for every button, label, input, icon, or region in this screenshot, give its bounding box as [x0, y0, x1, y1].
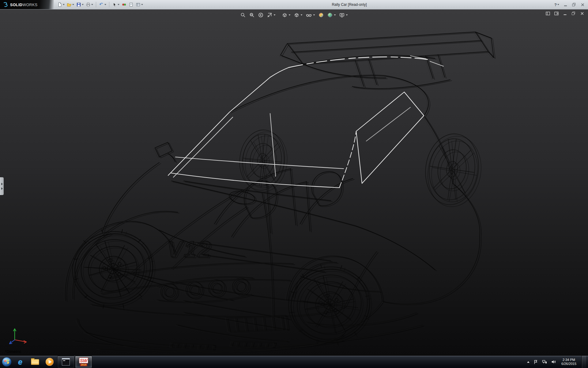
featuremanager-toggle-button[interactable]: [545, 11, 550, 16]
taskbar-clock[interactable]: 2:34 PM 6/26/2015: [560, 358, 578, 366]
dropdown-caret-icon: [313, 14, 315, 16]
dropdown-caret-icon: [301, 14, 303, 16]
dropdown-caret-icon: [72, 4, 74, 5]
brand-works: WORKS: [22, 3, 37, 7]
windows-start-orb-icon: [2, 357, 12, 367]
undo-icon: [99, 2, 104, 7]
display-style-button[interactable]: [293, 12, 303, 18]
start-button[interactable]: [1, 356, 13, 368]
highlighted-edges: [168, 56, 443, 188]
command-prompt-icon: [62, 358, 70, 366]
app-restore-button[interactable]: [571, 2, 576, 7]
doc-minimize-button[interactable]: [563, 11, 567, 16]
minimize-icon: [563, 12, 567, 15]
hide-show-glasses-icon: [306, 12, 312, 18]
front-right-wheel: [237, 128, 291, 195]
app-minimize-button[interactable]: [563, 2, 568, 7]
toolbar-separator: [109, 2, 109, 7]
zoom-to-fit-button[interactable]: [239, 12, 247, 18]
panel-flyout-tab[interactable]: [0, 177, 4, 195]
close-icon: [580, 12, 584, 15]
file-properties-button[interactable]: [128, 1, 134, 8]
rebuild-button[interactable]: [121, 1, 127, 8]
display-pane-toggle-button[interactable]: [554, 11, 559, 16]
edit-appearance-ball-icon: [318, 12, 324, 18]
rear-right-wheel: [421, 130, 487, 211]
dropdown-caret-icon: [346, 14, 348, 16]
graphics-viewport[interactable]: V12: [0, 9, 588, 356]
zoom-to-area-icon: [249, 12, 255, 18]
solidworks-logo: SOLIDWORKS: [0, 0, 54, 9]
show-desktop-button[interactable]: [582, 356, 586, 368]
solidworks-window: SOLIDWORKS: [0, 0, 588, 368]
orientation-triad: [7, 326, 29, 345]
previous-view-button[interactable]: [257, 12, 265, 18]
print-button[interactable]: [85, 1, 94, 8]
solidworks-sw-glyph: SW: [79, 358, 88, 363]
view-orientation-button[interactable]: [281, 12, 292, 18]
edit-appearance-button[interactable]: [318, 12, 325, 18]
folder-icon: [31, 359, 39, 365]
help-button[interactable]: ?: [554, 2, 559, 7]
media-player-icon: [46, 358, 54, 366]
dropdown-caret-icon: [63, 4, 65, 5]
system-tray: 2:34 PM 6/26/2015: [527, 356, 588, 368]
dropdown-caret-icon: [141, 4, 143, 5]
toolbar-separator: [96, 2, 96, 7]
file-properties-icon: [129, 2, 134, 7]
standard-toolbar: [56, 1, 144, 8]
clock-time: 2:34 PM: [561, 358, 576, 362]
brand-solid: SOLID: [10, 3, 22, 7]
options-button[interactable]: [135, 1, 144, 8]
display-style-cube-icon: [294, 12, 300, 18]
action-center-flag-icon[interactable]: [533, 359, 538, 365]
dropdown-caret-icon: [274, 14, 276, 16]
dropdown-caret-icon: [118, 4, 119, 5]
app-close-button[interactable]: [580, 2, 585, 7]
taskbar-media-player-button[interactable]: [43, 356, 57, 368]
view-orientation-label: *Dimetric: [5, 350, 21, 354]
open-folder-icon: [67, 2, 72, 7]
show-hidden-icons-button[interactable]: [527, 361, 530, 363]
zoom-to-fit-icon: [240, 12, 246, 18]
open-button[interactable]: [66, 1, 75, 8]
print-icon: [86, 2, 91, 7]
taskbar-explorer-button[interactable]: [28, 356, 42, 368]
doc-restore-button[interactable]: [571, 11, 576, 16]
front-left-wheel: [63, 219, 164, 319]
previous-view-icon: [258, 12, 264, 18]
undo-button[interactable]: [98, 1, 107, 8]
dropdown-caret-icon: [557, 4, 559, 5]
solidworks-app-icon: SW 2015: [79, 358, 88, 366]
display-pane-icon: [554, 12, 559, 15]
wireframe-car-rendering: V12: [0, 9, 588, 356]
network-icon[interactable]: [542, 359, 547, 365]
clock-date: 6/26/2015: [561, 362, 576, 366]
taskbar-solidworks-button[interactable]: SW 2015: [75, 356, 92, 368]
hide-show-items-button[interactable]: [305, 12, 316, 18]
close-icon: [581, 3, 584, 6]
zoom-to-area-button[interactable]: [248, 12, 256, 18]
apply-scene-button[interactable]: [326, 12, 337, 18]
taskbar-internet-explorer-button[interactable]: e: [13, 356, 27, 368]
restore-icon: [571, 11, 575, 15]
titlebar-controls: ?: [554, 0, 585, 9]
save-disk-icon: [76, 2, 81, 7]
new-document-button[interactable]: [56, 1, 66, 8]
taskbar-command-prompt-button[interactable]: [57, 356, 74, 368]
dropdown-caret-icon: [289, 14, 291, 16]
dropdown-caret-icon: [82, 4, 84, 5]
help-label: ?: [554, 2, 557, 7]
windows-taskbar: e SW 2015: [0, 355, 588, 368]
view-settings-button[interactable]: [338, 12, 349, 18]
doc-close-button[interactable]: [580, 11, 584, 16]
expand-arrow-icon: [1, 187, 3, 190]
section-view-button[interactable]: [266, 12, 277, 18]
expand-arrow-icon: [1, 183, 3, 185]
save-button[interactable]: [75, 1, 85, 8]
featuremanager-pane-icon: [546, 12, 550, 15]
view-orientation-cube-icon: [282, 12, 288, 18]
volume-icon[interactable]: [551, 359, 556, 365]
select-button[interactable]: [111, 1, 120, 8]
new-document-icon: [57, 2, 62, 7]
